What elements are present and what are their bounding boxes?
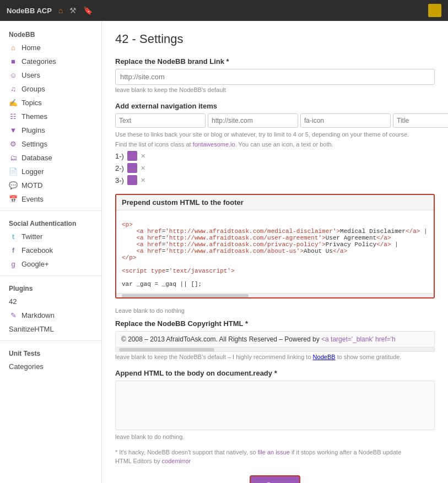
database-icon: 🗂 <box>9 154 18 162</box>
nav-item-remove-3[interactable]: ✕ <box>141 177 145 184</box>
sidebar-main-section: NodeBB <box>0 26 101 41</box>
sidebar-item-categories-test[interactable]: Categories <box>0 360 101 373</box>
sidebar-item-label: Topics <box>21 99 42 107</box>
main-content: 42 - Settings Replace the NodeBB brand L… <box>102 21 448 483</box>
nodebb-link[interactable]: NodeBB <box>313 354 336 360</box>
append-html-textarea[interactable] <box>115 381 435 430</box>
editor-credit: HTML Editors by codemirror <box>115 458 435 464</box>
sidebar-item-label: Categories <box>9 362 44 371</box>
save-btn-wrapper: Save <box>115 475 435 483</box>
user-avatar[interactable] <box>428 4 441 17</box>
sidebar-item-label: Users <box>21 71 40 79</box>
sidebar-item-facebook[interactable]: f Facebook <box>0 243 101 257</box>
sidebar-item-label: Twitter <box>21 232 42 241</box>
sidebar-plugins-section: Plugins <box>0 280 101 295</box>
sidebar-item-logger[interactable]: 📄 Logger <box>0 165 101 178</box>
topnav-share-icon[interactable]: ⚒ <box>69 6 77 15</box>
sidebar-item-label: Events <box>21 195 44 203</box>
sidebar-item-plugins[interactable]: ▼ Plugins <box>0 123 101 137</box>
copyright-label: Replace the NodeBB Copyright HTML * <box>115 319 435 328</box>
file-issue-link[interactable]: file an issue <box>258 449 290 455</box>
nav-item-icon-1 <box>127 151 137 161</box>
prepend-hint: Leave blank to do nothing <box>115 307 435 314</box>
nav-text-input[interactable] <box>115 113 206 128</box>
sidebar-item-categories[interactable]: ■ Categories <box>0 55 101 68</box>
nav-list-item-3: 3-) ✕ <box>115 175 435 185</box>
sidebar-item-label: Google+ <box>21 260 49 268</box>
brand-link-section: Replace the NodeBB brand Link * leave bl… <box>115 57 435 93</box>
nav-list-item-1: 1-) ✕ <box>115 151 435 161</box>
sidebar-item-users[interactable]: ☺ Users <box>0 68 101 82</box>
codemirror-link[interactable]: codemirror <box>162 458 191 464</box>
copyright-scrollbar[interactable] <box>115 348 435 352</box>
copyright-section: Replace the NodeBB Copyright HTML * © 20… <box>115 319 435 360</box>
nav-items-section: Add external navigation items + Use thes… <box>115 102 435 185</box>
home-icon: ⌂ <box>9 44 18 52</box>
categories-icon: ■ <box>9 57 18 66</box>
plugins-icon: ▼ <box>9 126 18 134</box>
sidebar-item-sanitizehtml[interactable]: SanitizeHTML <box>0 322 101 336</box>
divider2 <box>0 275 101 276</box>
nav-item-icon-2 <box>127 163 137 173</box>
code-scrollbar[interactable] <box>116 293 434 297</box>
nav-item-num: 3-) <box>115 176 124 184</box>
events-icon: 📅 <box>9 195 18 203</box>
append-html-section: Append HTML to the body on document.read… <box>115 369 435 440</box>
sidebar-item-label: Settings <box>21 140 47 148</box>
nav-item-icon-3 <box>127 175 137 185</box>
app-title: NodeBB ACP <box>7 7 52 15</box>
sidebar-item-groups[interactable]: ♫ Groups <box>0 82 101 96</box>
nav-item-remove-1[interactable]: ✕ <box>141 153 145 160</box>
prepend-html-code[interactable]: <p> <a href='http://www.afraidtoask.com/… <box>116 210 434 293</box>
sidebar-item-label: Markdown <box>21 311 55 319</box>
save-button[interactable]: Save <box>250 475 301 483</box>
divider3 <box>0 340 101 341</box>
themes-icon: ☷ <box>9 112 18 121</box>
sidebar-item-42[interactable]: 42 <box>0 295 101 308</box>
facebook-icon: f <box>9 246 18 254</box>
prepend-html-section: Prepend custom HTML to the footer <p> <a… <box>115 194 435 299</box>
sidebar-item-label: 42 <box>9 297 17 306</box>
sidebar-item-home[interactable]: ⌂ Home <box>0 41 101 55</box>
sidebar-item-database[interactable]: 🗂 Database <box>0 151 101 165</box>
sidebar-item-google[interactable]: g Google+ <box>0 257 101 271</box>
markdown-icon: ✎ <box>9 311 18 319</box>
sidebar-item-settings[interactable]: ⚙ Settings <box>0 137 101 151</box>
sidebar-item-label: Themes <box>21 112 47 121</box>
sidebar-item-label: MOTD <box>21 181 42 189</box>
nav-url-input[interactable] <box>208 113 298 128</box>
brand-link-label: Replace the NodeBB brand Link * <box>115 57 435 66</box>
sidebar-item-motd[interactable]: 💬 MOTD <box>0 178 101 192</box>
brand-link-hint: leave blank to keep the NodeBB's default <box>115 86 435 93</box>
nav-icon-input[interactable] <box>300 113 391 128</box>
nav-items-label: Add external navigation items <box>115 102 435 110</box>
nav-item-remove-2[interactable]: ✕ <box>141 165 145 172</box>
brand-link-input[interactable] <box>115 69 435 85</box>
append-hint: leave blank to do nothing. <box>115 433 435 440</box>
sidebar-item-themes[interactable]: ☷ Themes <box>0 110 101 123</box>
users-icon: ☺ <box>9 71 18 79</box>
topnav-home-icon[interactable]: ⌂ <box>58 6 63 15</box>
sidebar-item-markdown[interactable]: ✎ Markdown <box>0 308 101 322</box>
sidebar-social-section: Social Authentication <box>0 215 101 230</box>
twitter-icon: t <box>9 232 18 241</box>
settings-icon: ⚙ <box>9 140 18 148</box>
nav-title-input[interactable] <box>393 113 448 128</box>
nav-item-num: 2-) <box>115 164 124 172</box>
topics-icon: ✍ <box>9 99 18 107</box>
google-icon: g <box>9 260 18 268</box>
sidebar: NodeBB ⌂ Home ■ Categories ☺ Users ♫ Gro… <box>0 21 102 483</box>
topnav-bookmark-icon[interactable]: 🔖 <box>83 6 93 15</box>
prepend-html-label: Prepend custom HTML to the footer <box>116 195 434 210</box>
copyright-link: <a target='_blank' href='h <box>321 335 396 343</box>
footer-note: * It's hacky, NodeBB doesn't support tha… <box>115 449 435 455</box>
code-scrollbar-thumb <box>122 294 249 297</box>
groups-icon: ♫ <box>9 85 18 93</box>
sidebar-item-label: Logger <box>21 167 44 176</box>
sidebar-item-topics[interactable]: ✍ Topics <box>0 96 101 110</box>
logger-icon: 📄 <box>9 167 18 176</box>
fontawesome-link[interactable]: fontawesome.io <box>193 141 235 148</box>
sidebar-item-label: Plugins <box>21 126 45 134</box>
sidebar-item-twitter[interactable]: t Twitter <box>0 230 101 243</box>
sidebar-item-events[interactable]: 📅 Events <box>0 192 101 206</box>
